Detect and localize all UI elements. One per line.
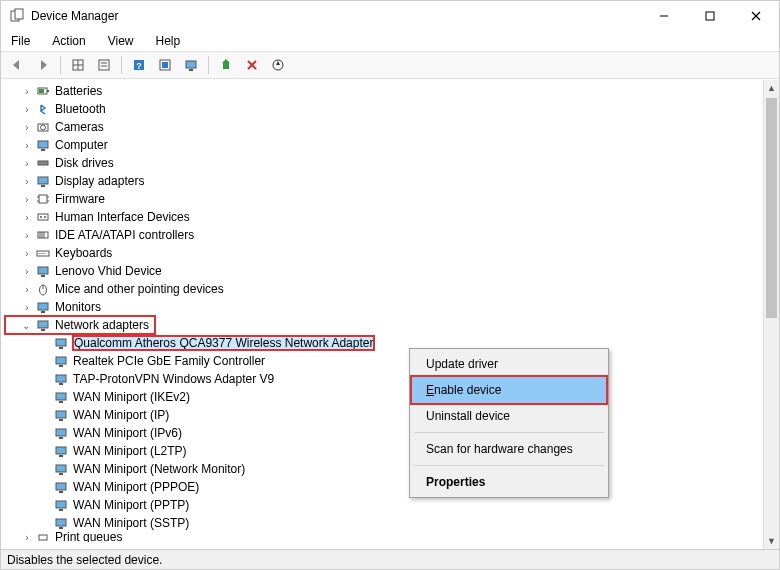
tree-node-cameras[interactable]: › Cameras bbox=[5, 118, 763, 136]
monitor-button[interactable] bbox=[179, 54, 203, 76]
close-button[interactable] bbox=[733, 1, 779, 31]
update-driver-button[interactable] bbox=[266, 54, 290, 76]
svg-rect-36 bbox=[39, 195, 47, 203]
tree-node-display-adapters[interactable]: › Display adapters bbox=[5, 172, 763, 190]
chevron-right-icon[interactable]: › bbox=[21, 265, 33, 277]
tree-label: Bluetooth bbox=[55, 102, 106, 116]
tree-label: Network adapters bbox=[55, 318, 149, 332]
svg-rect-53 bbox=[38, 267, 48, 274]
tree-child-qualcomm[interactable]: Qualcomm Atheros QCA9377 Wireless Networ… bbox=[5, 334, 763, 352]
tree-node-disk-drives[interactable]: › Disk drives bbox=[5, 154, 763, 172]
network-adapter-icon bbox=[53, 407, 69, 423]
tree-node-computer[interactable]: › Computer bbox=[5, 136, 763, 154]
tree-node-batteries[interactable]: › Batteries bbox=[5, 82, 763, 100]
menu-help[interactable]: Help bbox=[152, 32, 185, 50]
chevron-right-icon[interactable]: › bbox=[21, 193, 33, 205]
tree-child-wan-l2tp[interactable]: WAN Miniport (L2TP) bbox=[5, 442, 763, 460]
tree-label: Human Interface Devices bbox=[55, 210, 190, 224]
tree-child-realtek[interactable]: Realtek PCIe GbE Family Controller bbox=[5, 352, 763, 370]
tree-child-wan-pptp[interactable]: WAN Miniport (PPTP) bbox=[5, 496, 763, 514]
battery-icon bbox=[35, 83, 51, 99]
tree-child-wan-sstp[interactable]: WAN Miniport (SSTP) bbox=[5, 514, 763, 532]
chevron-right-icon[interactable]: › bbox=[21, 532, 33, 542]
minimize-button[interactable] bbox=[641, 1, 687, 31]
menu-view[interactable]: View bbox=[104, 32, 138, 50]
enable-button[interactable] bbox=[214, 54, 238, 76]
svg-rect-59 bbox=[38, 321, 48, 328]
tree-label: Mice and other pointing devices bbox=[55, 282, 224, 296]
tree-label: TAP-ProtonVPN Windows Adapter V9 bbox=[73, 372, 274, 386]
chevron-down-icon[interactable]: ⌄ bbox=[20, 319, 32, 331]
tree-label: WAN Miniport (Network Monitor) bbox=[73, 462, 245, 476]
menu-file[interactable]: File bbox=[7, 32, 34, 50]
network-icon bbox=[35, 317, 51, 333]
action-button[interactable] bbox=[153, 54, 177, 76]
forward-button[interactable] bbox=[31, 54, 55, 76]
tree-label: WAN Miniport (PPTP) bbox=[73, 498, 189, 512]
svg-text:?: ? bbox=[136, 61, 142, 71]
tree-node-firmware[interactable]: › Firmware bbox=[5, 190, 763, 208]
tree-child-wan-ip[interactable]: WAN Miniport (IP) bbox=[5, 406, 763, 424]
chevron-right-icon[interactable]: › bbox=[21, 85, 33, 97]
maximize-button[interactable] bbox=[687, 1, 733, 31]
monitor-icon bbox=[35, 263, 51, 279]
network-adapter-icon bbox=[53, 461, 69, 477]
svg-point-43 bbox=[44, 216, 46, 218]
toolbar-separator bbox=[60, 56, 61, 74]
tree-node-lenovo-vhid[interactable]: › Lenovo Vhid Device bbox=[5, 262, 763, 280]
context-uninstall-device[interactable]: Uninstall device bbox=[412, 403, 606, 429]
svg-rect-65 bbox=[56, 375, 66, 382]
chevron-right-icon[interactable]: › bbox=[21, 175, 33, 187]
tree-node-mice[interactable]: › Mice and other pointing devices bbox=[5, 280, 763, 298]
tree-node-print-queues[interactable]: › Print queues bbox=[5, 532, 763, 542]
properties-button[interactable] bbox=[92, 54, 116, 76]
tree-child-wan-ipv6[interactable]: WAN Miniport (IPv6) bbox=[5, 424, 763, 442]
chevron-right-icon[interactable]: › bbox=[21, 103, 33, 115]
tree-child-wan-netmon[interactable]: WAN Miniport (Network Monitor) bbox=[5, 460, 763, 478]
device-tree[interactable]: › Batteries › Bluetooth › Cameras › Comp… bbox=[1, 80, 763, 549]
tree-child-wan-ikev2[interactable]: WAN Miniport (IKEv2) bbox=[5, 388, 763, 406]
scroll-down-button[interactable]: ▼ bbox=[764, 533, 779, 549]
vertical-scrollbar[interactable]: ▲ ▼ bbox=[763, 80, 779, 549]
tree-node-ide[interactable]: › IDE ATA/ATAPI controllers bbox=[5, 226, 763, 244]
help-button[interactable]: ? bbox=[127, 54, 151, 76]
svg-rect-18 bbox=[186, 61, 196, 68]
tree-node-keyboards[interactable]: › Keyboards bbox=[5, 244, 763, 262]
chevron-right-icon[interactable]: › bbox=[21, 283, 33, 295]
back-button[interactable] bbox=[5, 54, 29, 76]
network-adapter-icon bbox=[53, 335, 69, 351]
tree-label: Disk drives bbox=[55, 156, 114, 170]
tree-node-bluetooth[interactable]: › Bluetooth bbox=[5, 100, 763, 118]
context-scan-hardware[interactable]: Scan for hardware changes bbox=[412, 436, 606, 462]
chevron-right-icon[interactable]: › bbox=[21, 247, 33, 259]
disable-button[interactable] bbox=[240, 54, 264, 76]
tree-child-wan-pppoe[interactable]: WAN Miniport (PPPOE) bbox=[5, 478, 763, 496]
scroll-up-button[interactable]: ▲ bbox=[764, 80, 779, 96]
tree-node-hid[interactable]: › Human Interface Devices bbox=[5, 208, 763, 226]
tree-label: WAN Miniport (PPPOE) bbox=[73, 480, 199, 494]
chevron-right-icon[interactable]: › bbox=[21, 139, 33, 151]
tree-child-tap[interactable]: TAP-ProtonVPN Windows Adapter V9 bbox=[5, 370, 763, 388]
svg-rect-83 bbox=[39, 535, 47, 540]
chevron-right-icon[interactable]: › bbox=[21, 211, 33, 223]
chevron-right-icon[interactable]: › bbox=[21, 157, 33, 169]
context-update-driver[interactable]: Update driver bbox=[412, 351, 606, 377]
svg-rect-1 bbox=[15, 9, 23, 19]
chevron-right-icon[interactable]: › bbox=[21, 301, 33, 313]
context-properties[interactable]: Properties bbox=[412, 469, 606, 495]
tree-node-monitors[interactable]: › Monitors bbox=[5, 298, 763, 316]
tree-node-network-adapters[interactable]: ⌄ Network adapters bbox=[5, 316, 155, 334]
svg-rect-79 bbox=[56, 501, 66, 508]
context-menu: Update driver Enable device Uninstall de… bbox=[409, 348, 609, 498]
menu-action[interactable]: Action bbox=[48, 32, 89, 50]
toolbar: ? bbox=[1, 51, 779, 79]
network-adapter-icon bbox=[53, 389, 69, 405]
scrollbar-thumb[interactable] bbox=[766, 98, 777, 318]
svg-point-42 bbox=[40, 216, 42, 218]
show-hide-button[interactable] bbox=[66, 54, 90, 76]
context-enable-device[interactable]: Enable device bbox=[412, 377, 606, 403]
svg-rect-69 bbox=[56, 411, 66, 418]
svg-rect-33 bbox=[38, 161, 48, 165]
chevron-right-icon[interactable]: › bbox=[21, 121, 33, 133]
chevron-right-icon[interactable]: › bbox=[21, 229, 33, 241]
